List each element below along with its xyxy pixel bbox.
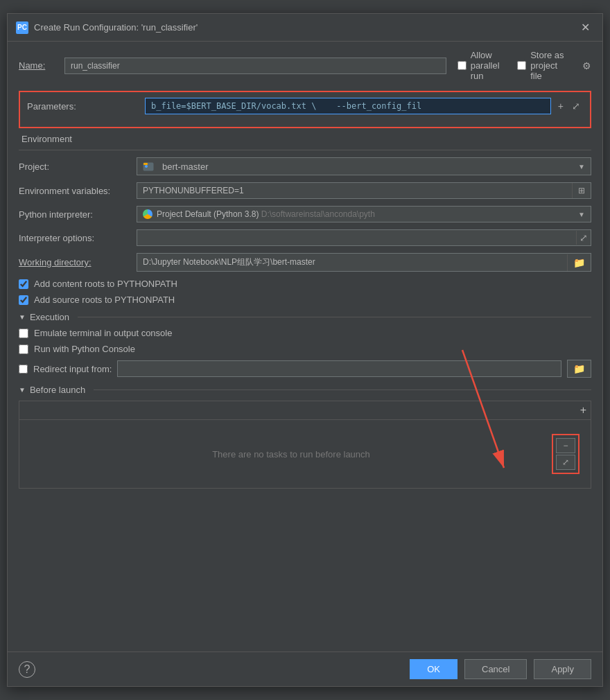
params-actions: + ⤢ bbox=[555, 99, 583, 113]
add-source-roots-checkbox[interactable] bbox=[19, 295, 28, 305]
interp-left: Project Default (Python 3.8) D:\software… bbox=[143, 209, 578, 219]
execution-header: Execution bbox=[30, 312, 69, 322]
footer-buttons: OK Cancel Apply bbox=[410, 659, 591, 679]
apply-button[interactable]: Apply bbox=[534, 659, 591, 679]
store-project-checkbox[interactable] bbox=[517, 61, 526, 70]
interp-text: Project Default (Python 3.8) D:\software… bbox=[157, 209, 375, 219]
gear-icon[interactable]: ⚙ bbox=[582, 60, 591, 71]
before-launch-header[interactable]: ▼ Before launch bbox=[19, 385, 591, 395]
params-expand-button[interactable]: ⤢ bbox=[569, 99, 583, 113]
store-project-group: Store as project file bbox=[517, 50, 571, 81]
project-dropdown-arrow: ▼ bbox=[578, 163, 585, 170]
params-add-button[interactable]: + bbox=[555, 99, 566, 113]
separator-1 bbox=[19, 150, 591, 150]
title-bar: PC Create Run Configuration: 'run_classi… bbox=[8, 14, 602, 42]
params-input[interactable] bbox=[145, 98, 551, 114]
env-vars-input[interactable] bbox=[137, 183, 572, 198]
before-launch-expand-button[interactable]: ⤢ bbox=[556, 455, 575, 470]
working-dir-label: Working directory: bbox=[19, 257, 130, 268]
interp-options-label: Interpreter options: bbox=[19, 233, 130, 243]
title-bar-left: PC Create Run Configuration: 'run_classi… bbox=[16, 21, 198, 34]
python-interp-label: Python interpreter: bbox=[19, 209, 130, 220]
project-label: Project: bbox=[19, 161, 130, 172]
working-dir-label-text: orking directory: bbox=[27, 257, 91, 268]
interp-dropdown-arrow: ▼ bbox=[578, 211, 585, 218]
python-interp-dropdown[interactable]: Project Default (Python 3.8) D:\software… bbox=[137, 206, 591, 222]
svg-point-2 bbox=[145, 165, 148, 168]
before-launch-arrow: ▼ bbox=[19, 386, 26, 394]
allow-parallel-label: Allow parallel run bbox=[471, 50, 507, 81]
run-python-console-checkbox[interactable] bbox=[19, 344, 28, 354]
environment-header: Environment bbox=[19, 134, 591, 144]
working-dir-field: D:\Jupyter Notebook\NLP组队学习\bert-master … bbox=[137, 253, 591, 272]
interp-options-expand-button[interactable]: ⤢ bbox=[576, 231, 591, 245]
allow-parallel-checkbox[interactable] bbox=[458, 61, 467, 70]
before-launch-minus-button[interactable]: − bbox=[556, 438, 575, 453]
name-input[interactable] bbox=[64, 58, 446, 74]
name-label: Name: bbox=[19, 60, 53, 71]
execution-collapse-header[interactable]: ▼ Execution bbox=[19, 312, 591, 322]
project-field: bert-master ▼ bbox=[137, 157, 591, 175]
before-launch-area: + There are no tasks to run before launc… bbox=[19, 401, 591, 489]
project-icon bbox=[143, 161, 154, 172]
run-python-console-row: Run with Python Console bbox=[19, 344, 591, 354]
add-source-roots-row: Add source roots to PYTHONPATH bbox=[19, 295, 591, 305]
before-launch-collapse: ▼ Before launch bbox=[19, 385, 591, 395]
working-dir-value: D:\Jupyter Notebook\NLP组队学习\bert-master bbox=[137, 254, 567, 271]
python-interp-row: Python interpreter: Project Default (Pyt… bbox=[19, 206, 591, 222]
ok-button[interactable]: OK bbox=[410, 659, 458, 679]
emulate-terminal-label: Emulate terminal in output console bbox=[34, 328, 172, 338]
env-vars-browse-button[interactable]: ⊞ bbox=[572, 183, 591, 198]
app-icon: PC bbox=[16, 21, 28, 34]
before-launch-content: There are no tasks to run before launch … bbox=[19, 420, 591, 488]
cancel-button[interactable]: Cancel bbox=[464, 659, 527, 679]
redirect-input-checkbox[interactable] bbox=[19, 365, 28, 374]
redirect-input-row: Redirect input from: 📁 bbox=[19, 360, 591, 378]
params-field: + ⤢ bbox=[145, 98, 583, 114]
allow-parallel-group: Allow parallel run bbox=[458, 50, 507, 81]
before-launch-add-button[interactable]: + bbox=[580, 404, 586, 417]
project-value: bert-master bbox=[162, 161, 208, 172]
emulate-terminal-row: Emulate terminal in output console bbox=[19, 328, 591, 338]
add-content-roots-checkbox[interactable] bbox=[19, 279, 28, 289]
python-interp-icon bbox=[143, 209, 152, 219]
dialog-footer: ? OK Cancel Apply bbox=[8, 651, 602, 686]
params-label: Parameters: bbox=[27, 101, 138, 112]
redirect-input-browse-button[interactable]: 📁 bbox=[567, 360, 591, 378]
working-dir-browse-button[interactable]: 📁 bbox=[567, 254, 591, 271]
env-vars-field: ⊞ bbox=[137, 182, 591, 199]
redirect-input-field[interactable] bbox=[117, 360, 561, 377]
execution-separator-line bbox=[78, 317, 591, 317]
name-options: Allow parallel run Store as project file… bbox=[458, 50, 591, 81]
interp-options-row: Interpreter options: ⤢ bbox=[19, 229, 591, 246]
before-launch-label: Before launch bbox=[30, 385, 85, 395]
params-row: Parameters: + ⤢ bbox=[27, 98, 583, 114]
project-value-group: bert-master bbox=[143, 161, 578, 172]
project-dropdown[interactable]: bert-master ▼ bbox=[137, 157, 591, 175]
env-vars-row: Environment variables: ⊞ bbox=[19, 182, 591, 199]
before-launch-section: ▼ Before launch + There are no tasks to … bbox=[19, 385, 591, 643]
execution-collapse-arrow: ▼ bbox=[19, 313, 26, 321]
before-launch-actions: − ⤢ bbox=[552, 434, 580, 474]
run-config-dialog: PC Create Run Configuration: 'run_classi… bbox=[7, 13, 603, 687]
project-row: Project: bert-master ▼ bbox=[19, 157, 591, 175]
working-dir-control: D:\Jupyter Notebook\NLP组队学习\bert-master … bbox=[137, 253, 591, 272]
close-button[interactable]: ✕ bbox=[577, 19, 594, 35]
name-row: Name: Allow parallel run Store as projec… bbox=[19, 50, 591, 81]
add-content-roots-label: Add content roots to PYTHONPATH bbox=[34, 279, 177, 289]
env-vars-control: ⊞ bbox=[137, 182, 591, 199]
add-content-roots-row: Add content roots to PYTHONPATH bbox=[19, 279, 591, 289]
svg-rect-1 bbox=[143, 163, 148, 165]
interp-options-field: ⤢ bbox=[137, 229, 591, 246]
redirect-input-label: Redirect input from: bbox=[33, 364, 112, 374]
help-button[interactable]: ? bbox=[19, 661, 35, 678]
dialog-body: Name: Allow parallel run Store as projec… bbox=[8, 42, 602, 651]
emulate-terminal-checkbox[interactable] bbox=[19, 329, 28, 338]
before-launch-empty-text: There are no tasks to run before launch bbox=[31, 449, 552, 460]
before-launch-toolbar: + bbox=[19, 401, 591, 420]
before-launch-separator bbox=[94, 390, 591, 390]
dialog-title: Create Run Configuration: 'run_classifie… bbox=[34, 22, 198, 33]
interp-options-input[interactable] bbox=[137, 230, 576, 245]
store-project-label: Store as project file bbox=[530, 50, 571, 81]
parameters-section: Parameters: + ⤢ bbox=[19, 91, 591, 128]
